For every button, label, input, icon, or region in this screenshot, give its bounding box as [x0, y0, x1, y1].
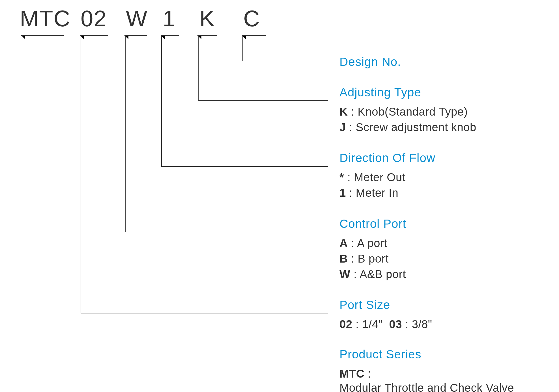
option-code: W: [339, 268, 350, 280]
option-text: B port: [358, 252, 389, 265]
heading-design-no: Design No.: [339, 55, 401, 69]
option-product-series-mtc-text: Modular Throttle and Check Valve: [339, 382, 514, 392]
option-code: J: [339, 121, 346, 133]
bracket-line: [125, 232, 328, 232]
option-port-size: 02 : 1/4" 03 : 3/8": [339, 318, 432, 331]
option-control-w: W : A&B port: [339, 268, 406, 281]
option-text: A port: [357, 237, 388, 249]
bracket-line: [81, 35, 81, 313]
bracket-line: [80, 35, 108, 36]
option-sep: :: [350, 268, 360, 280]
bracket-line: [161, 35, 179, 36]
heading-direction-of-flow: Direction Of Flow: [339, 151, 435, 165]
option-adjusting-j: J : Screw adjustment knob: [339, 121, 476, 134]
bracket-line: [161, 166, 328, 167]
option-text: Meter In: [356, 187, 399, 199]
bracket-line: [242, 35, 243, 61]
option-adjusting-k: K : Knob(Standard Type): [339, 105, 468, 118]
code-segment-direction: 1: [163, 6, 176, 32]
option-sep: :: [346, 187, 356, 199]
heading-control-port: Control Port: [339, 217, 406, 231]
bracket-line: [124, 35, 147, 36]
bracket-line: [242, 35, 266, 36]
option-code: *: [339, 171, 344, 183]
option-direction-1: 1 : Meter In: [339, 187, 398, 199]
code-segment-port-size: 02: [81, 6, 107, 32]
bracket-line: [22, 362, 328, 362]
bracket-line: [198, 100, 328, 101]
option-control-b: B : B port: [339, 252, 389, 265]
code-segment-control-port: W: [126, 6, 148, 32]
option-sep: :: [344, 171, 354, 183]
option-code: 1: [339, 187, 346, 199]
option-code: 03: [389, 318, 402, 330]
option-sep: :: [346, 121, 356, 133]
option-code: A: [339, 237, 348, 249]
bracket-line: [198, 35, 199, 100]
option-text: Meter Out: [354, 171, 405, 183]
bracket-line: [125, 35, 126, 232]
code-segment-design-no: C: [243, 6, 260, 32]
bracket-line: [22, 35, 22, 362]
option-sep: :: [364, 367, 371, 380]
heading-product-series: Product Series: [339, 348, 421, 361]
option-text: Screw adjustment knob: [356, 121, 476, 133]
option-product-series-mtc: MTC :: [339, 367, 371, 380]
option-text: 1/4": [362, 318, 382, 330]
option-code: MTC: [339, 367, 364, 380]
option-sep: :: [352, 318, 362, 330]
option-sep: :: [348, 105, 358, 118]
option-sep: :: [402, 318, 412, 330]
option-direction-star: * : Meter Out: [339, 171, 405, 184]
option-code: K: [339, 105, 348, 118]
option-sep: :: [348, 237, 357, 249]
heading-port-size: Port Size: [339, 298, 390, 312]
bracket-line: [81, 313, 328, 313]
bracket-line: [21, 35, 64, 36]
option-control-a: A : A port: [339, 237, 388, 250]
bracket-line: [197, 35, 217, 36]
code-segment-product-series: MTC: [20, 6, 70, 32]
option-text: 3/8": [412, 318, 432, 330]
option-text: Modular Throttle and Check Valve: [339, 382, 514, 392]
option-code: 02: [339, 318, 352, 330]
bracket-line: [242, 61, 328, 61]
option-sep: :: [348, 252, 358, 265]
option-code: B: [339, 252, 348, 265]
option-text: A&B port: [360, 268, 406, 280]
heading-adjusting-type: Adjusting Type: [339, 86, 421, 99]
option-text: Knob(Standard Type): [358, 105, 468, 118]
code-segment-adjusting: K: [199, 6, 215, 32]
bracket-line: [161, 35, 162, 166]
